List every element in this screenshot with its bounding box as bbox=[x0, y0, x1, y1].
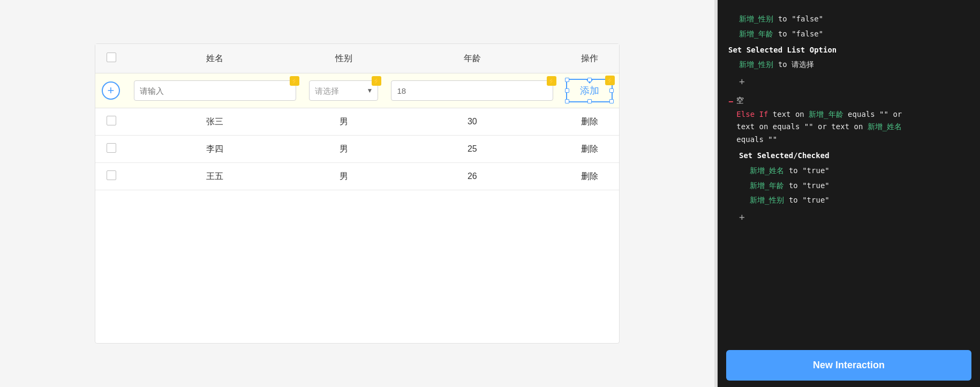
code-text-1: 新增_性别 bbox=[739, 14, 773, 23]
code-text-8b: to "true" bbox=[789, 196, 830, 204]
delete-btn-2[interactable]: 删除 bbox=[560, 136, 619, 163]
gender-lightning-badge: ⚡ bbox=[372, 76, 381, 86]
row-name-2: 李四 bbox=[127, 136, 303, 163]
row-checkbox-3[interactable] bbox=[107, 170, 116, 180]
name-lightning-badge: ⚡ bbox=[290, 76, 299, 86]
gender-select[interactable]: 请选择 男 女 bbox=[309, 80, 379, 101]
code-text-2b: to "false" bbox=[778, 29, 823, 38]
table-row: 王五 男 26 删除 bbox=[95, 163, 619, 190]
else-if-text: text on bbox=[773, 110, 809, 118]
add-row-name-cell: ⚡ bbox=[127, 73, 303, 108]
code-heading-2: Set Selected/Checked bbox=[739, 151, 830, 160]
row-checkbox-cell bbox=[95, 108, 127, 136]
else-if-var3: 新增_姓名 bbox=[868, 122, 902, 131]
code-text-2: 新增_年龄 bbox=[739, 29, 773, 38]
add-action-label[interactable]: 添加 bbox=[580, 84, 599, 97]
header-age: 年龄 bbox=[385, 44, 560, 73]
plus-icon-1[interactable]: + bbox=[739, 76, 745, 87]
add-row-button[interactable]: + bbox=[102, 81, 120, 100]
row-gender-2: 男 bbox=[303, 136, 385, 163]
header-action: 操作 bbox=[560, 44, 619, 73]
else-if-var2: equals "" or text on bbox=[773, 122, 868, 131]
delete-btn-3[interactable]: 删除 bbox=[560, 163, 619, 190]
code-line-1: 新增_性别 to "false" bbox=[728, 13, 969, 26]
handle-mr bbox=[609, 88, 614, 93]
header-gender: 性别 bbox=[303, 44, 385, 73]
else-if-keyword: Else If bbox=[736, 110, 768, 118]
code-text-6: 新增_姓名 bbox=[750, 166, 784, 175]
minus-marker[interactable]: − bbox=[728, 94, 733, 109]
code-text-7: 新增_年龄 bbox=[750, 181, 784, 190]
else-if-line2: text on equals "" or text on 新增_姓名 bbox=[736, 121, 902, 133]
right-content-scroll[interactable]: 新增_性别 to "false" 新增_年龄 to "false" Set Se… bbox=[718, 0, 980, 344]
kong-label: 空 bbox=[736, 94, 902, 107]
code-text-4: 新增_性别 bbox=[739, 60, 773, 69]
gender-select-wrapper: 请选择 男 女 ▼ ⚡ bbox=[309, 80, 379, 101]
row-checkbox-2[interactable] bbox=[107, 143, 116, 153]
code-line-plus-1[interactable]: + bbox=[728, 73, 969, 90]
else-if-text2: text on bbox=[736, 122, 772, 131]
add-row: + ⚡ 请选择 男 女 bbox=[95, 73, 619, 108]
code-line-6: 新增_姓名 to "true" bbox=[728, 165, 969, 177]
code-text-8: 新增_性别 bbox=[750, 196, 784, 204]
code-line-4: 新增_性别 to 请选择 bbox=[728, 58, 969, 71]
else-if-var1: 新增_年龄 bbox=[809, 110, 843, 118]
name-input[interactable] bbox=[134, 80, 296, 101]
row-checkbox-cell-3 bbox=[95, 163, 127, 190]
age-lightning-badge: ⚡ bbox=[547, 76, 556, 86]
handle-tm bbox=[587, 78, 592, 82]
code-line-7: 新增_年龄 to "true" bbox=[728, 180, 969, 192]
left-panel: 姓名 性别 年龄 操作 + ⚡ bbox=[0, 0, 714, 387]
code-line-plus-2[interactable]: + bbox=[728, 209, 969, 226]
add-row-action-cell: 添加 ⚡ bbox=[560, 73, 619, 108]
handle-tl bbox=[565, 78, 569, 82]
right-panel: 新增_性别 to "false" 新增_年龄 to "false" Set Se… bbox=[718, 0, 980, 387]
row-checkbox-1[interactable] bbox=[107, 116, 116, 125]
code-line-3: Set Selected List Option bbox=[728, 44, 969, 57]
handle-br bbox=[609, 99, 614, 103]
else-if-eq1: equals "" or bbox=[848, 110, 902, 118]
row-gender-3: 男 bbox=[303, 163, 385, 190]
code-line-8: 新增_性别 to "true" bbox=[728, 194, 969, 207]
kong-text: 空 bbox=[736, 96, 744, 105]
row-name-3: 王五 bbox=[127, 163, 303, 190]
code-text-6b: to "true" bbox=[789, 166, 830, 175]
handle-bm bbox=[587, 99, 592, 103]
row-checkbox-cell-2 bbox=[95, 136, 127, 163]
add-action-selected-box: 添加 ⚡ bbox=[566, 79, 613, 102]
code-text-7b: to "true" bbox=[789, 181, 830, 190]
delete-btn-1[interactable]: 删除 bbox=[560, 108, 619, 136]
code-line-2: 新增_年龄 to "false" bbox=[728, 28, 969, 41]
age-input[interactable] bbox=[391, 80, 553, 101]
plus-icon-2[interactable]: + bbox=[739, 211, 745, 222]
code-heading-1: Set Selected List Option bbox=[728, 46, 836, 54]
header-name: 姓名 bbox=[127, 44, 303, 73]
header-checkbox-cell bbox=[95, 44, 127, 73]
add-row-icon-cell: + bbox=[95, 73, 127, 108]
name-input-wrapper: ⚡ bbox=[134, 80, 296, 101]
add-row-gender-cell: 请选择 男 女 ▼ ⚡ bbox=[303, 73, 385, 108]
table-row: 张三 男 30 删除 bbox=[95, 108, 619, 136]
else-if-eq3: equals "" bbox=[736, 135, 777, 144]
row-gender-1: 男 bbox=[303, 108, 385, 136]
action-lightning-badge: ⚡ bbox=[605, 76, 615, 85]
header-checkbox[interactable] bbox=[107, 53, 116, 62]
row-name-1: 张三 bbox=[127, 108, 303, 136]
else-if-condition: Else If text on 新增_年龄 equals "" or bbox=[736, 108, 902, 121]
code-block: 新增_性别 to "false" 新增_年龄 to "false" Set Se… bbox=[728, 9, 969, 226]
handle-bl bbox=[565, 99, 569, 103]
add-row-age-cell: ⚡ bbox=[385, 73, 560, 108]
table-container: 姓名 性别 年龄 操作 + ⚡ bbox=[95, 43, 620, 344]
data-table: 姓名 性别 年龄 操作 + ⚡ bbox=[95, 44, 619, 190]
code-text-4b: to 请选择 bbox=[778, 60, 814, 69]
else-if-block: − 空 Else If text on 新增_年龄 equals "" or t… bbox=[728, 94, 969, 146]
row-age-3: 26 bbox=[385, 163, 560, 190]
handle-ml bbox=[565, 88, 569, 93]
code-line-5: Set Selected/Checked bbox=[728, 150, 969, 162]
age-input-wrapper: ⚡ bbox=[391, 80, 553, 101]
new-interaction-button[interactable]: New Interaction bbox=[726, 350, 971, 381]
else-if-line3: equals "" bbox=[736, 133, 902, 146]
code-text-1b: to "false" bbox=[778, 14, 823, 23]
table-row: 李四 男 25 删除 bbox=[95, 136, 619, 163]
else-if-content: 空 Else If text on 新增_年龄 equals "" or tex… bbox=[736, 94, 902, 146]
